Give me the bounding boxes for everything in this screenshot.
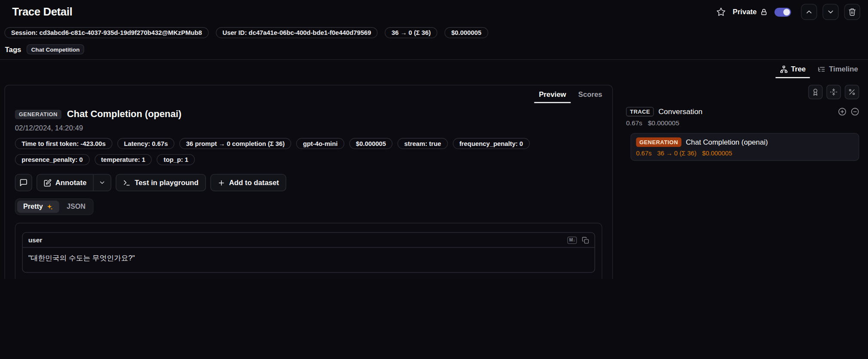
terminal-icon — [123, 179, 131, 186]
add-to-dataset-button[interactable]: Add to dataset — [210, 174, 286, 191]
edit-pen-icon — [44, 179, 52, 186]
generation-header: GENERATION Chat Completion (openai) — [15, 108, 602, 120]
action-bar: Annotate Test in playgroun — [15, 174, 602, 191]
expand-all-button[interactable] — [838, 108, 846, 116]
tab-timeline-label: Timeline — [829, 65, 858, 73]
tab-tree-label: Tree — [791, 65, 806, 73]
privacy-control[interactable]: Private — [733, 8, 768, 16]
fold-vertical-icon — [830, 88, 837, 96]
tab-tree[interactable]: Tree — [776, 62, 810, 78]
format-toggle: Pretty JSON — [15, 198, 94, 215]
meta-pill-presence-penalty: presence_penalty: 0 — [15, 154, 89, 165]
trace-latency: 0.67s — [626, 119, 642, 127]
message-role: user — [28, 236, 43, 244]
tree-node-header: GENERATION Chat Completion (openai) — [636, 137, 853, 147]
tag-badge[interactable]: Chat Competition — [27, 44, 84, 54]
lock-icon — [760, 8, 768, 16]
bookmark-star-button[interactable] — [715, 6, 727, 19]
session-badge[interactable]: Session: cd3abcd6-c81c-4037-935d-19d9f27… — [4, 27, 209, 38]
trace-detail-page: Trace Detail Private — [0, 0, 868, 279]
star-icon — [716, 7, 726, 17]
toggle-metrics-button[interactable] — [845, 85, 859, 99]
list-tree-icon — [818, 65, 825, 73]
format-pretty-label: Pretty — [23, 203, 43, 210]
tab-timeline[interactable]: Timeline — [813, 62, 862, 78]
copy-button[interactable] — [582, 236, 589, 244]
meta-pill-frequency-penalty: frequency_penalty: 0 — [453, 138, 530, 149]
meta-pill-stream: stream: true — [398, 138, 448, 149]
trace-badge-row: Session: cd3abcd6-c81c-4037-935d-19d9f27… — [0, 22, 868, 39]
comments-button[interactable] — [15, 174, 32, 191]
tab-preview[interactable]: Preview — [534, 89, 570, 103]
message-content: "대한민국의 수도는 무엇인가요?" — [23, 248, 595, 272]
tags-row: Tags Chat Competition — [0, 39, 868, 60]
message-user-1: user M↓ "대한민국의 수도는 무엇인가요?" — [22, 232, 595, 273]
previous-trace-button[interactable] — [801, 4, 817, 20]
trace-metrics: 0.67s $0.000005 — [626, 119, 859, 127]
generation-type-badge: GENERATION — [636, 137, 681, 147]
meta-pill-time-to-first-token: Time to first token: -423.00s — [15, 138, 112, 149]
playground-label: Test in playground — [135, 179, 198, 187]
node-cost: $0.000005 — [702, 150, 732, 156]
user-id-badge[interactable]: User ID: dc47a41e-06bc-400d-bde1-f0e440d… — [216, 27, 378, 38]
io-preview: user M↓ "대한민국의 수도는 무엇인가요?" — [15, 223, 602, 279]
test-in-playground-button[interactable]: Test in playground — [116, 174, 206, 191]
observation-type-badge: GENERATION — [15, 109, 61, 119]
toggle-scores-button[interactable] — [808, 85, 822, 99]
meta-pill-token-usage: 36 prompt → 0 completion (Σ 36) — [179, 138, 291, 149]
meta-pill-row: Time to first token: -423.00s Latency: 0… — [15, 138, 602, 165]
award-icon — [812, 88, 819, 96]
percent-icon — [848, 88, 856, 96]
fold-tree-button[interactable] — [826, 85, 840, 99]
next-trace-button[interactable] — [822, 4, 838, 20]
collapse-all-button[interactable] — [851, 108, 859, 116]
tree-root-row[interactable]: TRACE Conversation — [626, 107, 859, 117]
format-pretty-button[interactable]: Pretty — [17, 201, 59, 213]
detail-body: GENERATION Chat Completion (openai) 02/1… — [5, 103, 612, 279]
tree-expand-controls — [838, 108, 859, 116]
meta-pill-model[interactable]: gpt-4o-mini — [296, 138, 344, 149]
plus-circle-icon — [838, 108, 846, 116]
tree-node-generation[interactable]: GENERATION Chat Completion (openai) 0.67… — [631, 133, 859, 161]
node-latency: 0.67s — [636, 150, 651, 156]
annotate-split-button: Annotate — [37, 174, 111, 191]
chevron-down-icon — [826, 8, 834, 16]
delete-trace-button[interactable] — [844, 4, 860, 20]
node-token-usage: 36 → 0 (Σ 36) — [657, 150, 696, 156]
markdown-icon[interactable]: M↓ — [567, 236, 577, 244]
tree-node-title: Chat Completion (openai) — [686, 138, 768, 146]
header: Trace Detail Private — [0, 0, 868, 22]
format-json-button[interactable]: JSON — [61, 201, 92, 213]
comment-bubble-icon — [19, 179, 28, 187]
tree-toolbar — [626, 85, 859, 99]
tree-icon — [780, 65, 788, 73]
message-header: user M↓ — [23, 233, 595, 248]
sparkles-icon — [46, 203, 53, 210]
trace-cost: $0.000005 — [648, 119, 679, 127]
meta-pill-cost: $0.000005 — [349, 138, 393, 149]
observation-timestamp: 02/12/2024, 14:20:49 — [15, 124, 602, 132]
detail-tabs: Preview Scores — [5, 85, 612, 103]
chevron-up-icon — [805, 8, 813, 16]
plus-icon — [218, 179, 225, 186]
tab-scores[interactable]: Scores — [574, 89, 607, 103]
toggle-knob — [783, 9, 790, 15]
tree-node-metrics: 0.67s 36 → 0 (Σ 36) $0.000005 — [636, 150, 853, 156]
annotate-button[interactable]: Annotate — [37, 175, 93, 191]
trace-tree-panel: TRACE Conversation 0.67s — [613, 85, 863, 161]
meta-pill-temperature: temperature: 1 — [95, 154, 152, 165]
format-json-label: JSON — [67, 203, 86, 210]
page-title: Trace Detail — [12, 6, 72, 19]
observation-title: Chat Completion (openai) — [67, 108, 181, 120]
tags-label: Tags — [5, 45, 21, 53]
annotate-dropdown-button[interactable] — [94, 175, 111, 191]
trace-title: Conversation — [659, 108, 702, 116]
chevron-down-icon — [99, 179, 106, 186]
view-tabs: Tree Timeline — [0, 60, 868, 78]
public-sharing-toggle[interactable] — [774, 7, 791, 16]
minus-circle-icon — [851, 108, 859, 116]
token-usage-badge: 36 → 0 (Σ 36) — [385, 27, 437, 38]
message-tools: M↓ — [567, 236, 589, 244]
observation-detail-card: Preview Scores GENERATION Chat Completio… — [4, 85, 613, 279]
annotate-label: Annotate — [55, 179, 87, 187]
